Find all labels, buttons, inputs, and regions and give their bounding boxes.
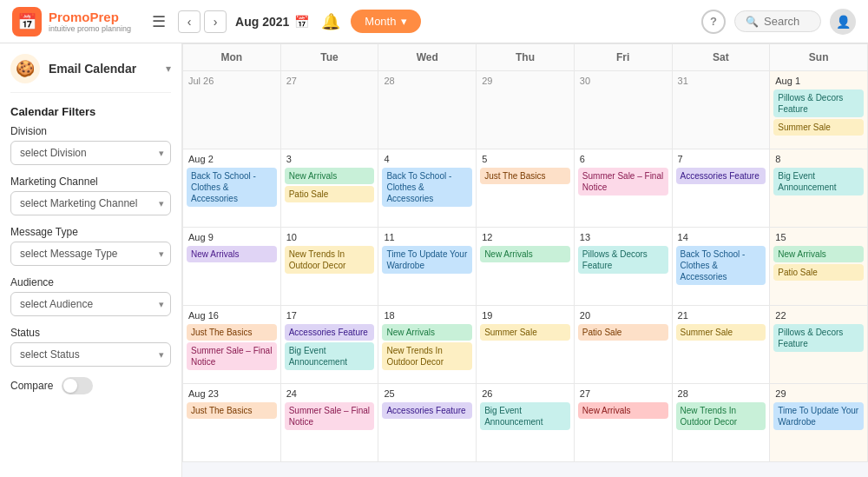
prev-button[interactable]: ‹ <box>178 10 201 33</box>
date-label: 7 <box>676 153 766 165</box>
message-select[interactable]: select Message Type <box>10 242 171 266</box>
calendar-cell: 15New ArrivalsPatio Sale <box>770 228 868 306</box>
event-pill[interactable]: Just The Basics <box>187 402 277 419</box>
event-pill[interactable]: Time To Update Your Wardrobe <box>382 246 472 274</box>
event-pill[interactable]: Just The Basics <box>480 168 570 184</box>
event-pill[interactable]: Patio Sale <box>578 324 668 341</box>
calendar-cell: 12New Arrivals <box>477 228 575 306</box>
event-pill[interactable]: Pillows & Decors Feature <box>578 246 668 274</box>
compare-row: Compare <box>10 377 171 394</box>
date-label: Aug 16 <box>187 309 277 321</box>
calendar-cell: Aug 1Pillows & Decors FeatureSummer Sale <box>770 71 868 149</box>
filter-label-audience: Audience <box>10 276 171 288</box>
calendar-cell: 18New ArrivalsNew Trends In Outdoor Deco… <box>378 306 477 384</box>
event-pill[interactable]: New Arrivals <box>285 168 375 184</box>
calendar-cell: 11Time To Update Your Wardrobe <box>378 228 477 306</box>
audience-select[interactable]: select Audience <box>10 292 171 316</box>
event-pill[interactable]: Time To Update Your Wardrobe <box>773 402 864 430</box>
date-label: Aug 1 <box>773 75 864 87</box>
event-pill[interactable]: New Arrivals <box>578 402 668 419</box>
date-label: 17 <box>285 309 375 321</box>
calendar-cell: Aug 2Back To School - Clothes & Accessor… <box>183 149 281 228</box>
calendar-cell: 22Pillows & Decors Feature <box>770 306 868 384</box>
date-label: Aug 9 <box>187 231 277 243</box>
event-pill[interactable]: New Trends In Outdoor Decor <box>285 246 375 274</box>
event-pill[interactable]: New Arrivals <box>382 324 472 341</box>
date-label: 28 <box>382 75 472 87</box>
calendar-cell: 28New Trends In Outdoor Decor <box>673 384 771 462</box>
logo-title: PromoPrep <box>49 10 131 24</box>
filter-group-marketing: Marketing Channel select Marketing Chann… <box>10 176 171 215</box>
event-pill[interactable]: Just The Basics <box>187 324 277 341</box>
event-pill[interactable]: Summer Sale <box>480 324 570 341</box>
event-pill[interactable]: Back To School - Clothes & Accessories <box>382 168 472 207</box>
event-pill[interactable]: New Trends In Outdoor Decor <box>676 402 766 430</box>
calendar-cell: 6Summer Sale – Final Notice <box>575 149 673 228</box>
calendar-cell: 4Back To School - Clothes & Accessories <box>378 149 477 228</box>
calendar-cell: Aug 9New Arrivals <box>183 228 281 306</box>
calendar-cell: 29 <box>477 71 575 149</box>
help-button[interactable]: ? <box>701 10 726 34</box>
calendar-icon[interactable]: 📅 <box>294 15 309 29</box>
logo-subtitle: intuitive promo planning <box>49 24 131 33</box>
event-pill[interactable]: Back To School - Clothes & Accessories <box>676 246 766 285</box>
event-pill[interactable]: Patio Sale <box>285 186 375 202</box>
event-pill[interactable]: New Arrivals <box>773 246 864 262</box>
event-pill[interactable]: Patio Sale <box>773 264 864 281</box>
event-pill[interactable]: New Trends In Outdoor Decor <box>382 342 472 370</box>
nav-arrows: ‹ › <box>178 10 227 33</box>
event-pill[interactable]: New Arrivals <box>480 246 570 262</box>
audience-select-wrapper: select Audience <box>10 292 171 316</box>
date-label: 4 <box>382 153 472 165</box>
bell-button[interactable]: 🔔 <box>321 12 340 31</box>
hamburger-icon[interactable]: ☰ <box>148 9 169 35</box>
sidebar-chevron-icon[interactable]: ▾ <box>166 63 171 75</box>
sidebar: 🍪 Email Calendar ▾ Calendar Filters Divi… <box>0 43 182 477</box>
event-pill[interactable]: Pillows & Decors Feature <box>773 89 864 117</box>
filter-label-status: Status <box>10 327 171 339</box>
logo-icon: 📅 <box>12 7 42 36</box>
division-select[interactable]: select Division <box>10 141 171 165</box>
status-select[interactable]: select Status <box>10 342 171 367</box>
date-label: Aug 2 <box>187 153 277 165</box>
calendar-cell: 13Pillows & Decors Feature <box>575 228 673 306</box>
event-pill[interactable]: Back To School - Clothes & Accessories <box>187 168 277 207</box>
calendar-cell: 5Just The Basics <box>477 149 575 228</box>
event-pill[interactable]: Summer Sale <box>773 119 864 136</box>
logo-text: PromoPrep intuitive promo planning <box>49 10 131 33</box>
sidebar-header: 🍪 Email Calendar ▾ <box>10 54 171 93</box>
user-avatar[interactable]: 👤 <box>830 9 856 35</box>
search-box: 🔍 <box>734 10 821 32</box>
month-view-button[interactable]: Month ▾ <box>351 10 421 33</box>
event-pill[interactable]: Accessories Feature <box>285 324 375 341</box>
event-pill[interactable]: New Arrivals <box>187 246 277 262</box>
col-header-fri: Fri <box>575 44 673 71</box>
filter-label-division: Division <box>10 125 171 137</box>
marketing-select[interactable]: select Marketing Channel <box>10 191 171 215</box>
compare-toggle[interactable] <box>62 377 93 394</box>
calendar-cell: 20Patio Sale <box>575 306 673 384</box>
event-pill[interactable]: Big Event Announcement <box>285 342 375 370</box>
main-content: 🍪 Email Calendar ▾ Calendar Filters Divi… <box>0 43 868 477</box>
calendar-cell: 25Accessories Feature <box>378 384 477 462</box>
next-button[interactable]: › <box>204 10 227 33</box>
event-pill[interactable]: Accessories Feature <box>676 168 766 184</box>
current-period: Aug 2021 📅 <box>235 15 309 29</box>
calendar-cell: 27New Arrivals <box>575 384 673 462</box>
search-input[interactable] <box>764 15 816 28</box>
event-pill[interactable]: Big Event Announcement <box>480 402 570 430</box>
event-pill[interactable]: Summer Sale – Final Notice <box>187 342 277 370</box>
calendar-cell: 21Summer Sale <box>673 306 771 384</box>
event-pill[interactable]: Summer Sale <box>676 324 766 341</box>
date-label: 5 <box>480 153 570 165</box>
event-pill[interactable]: Big Event Announcement <box>773 168 864 195</box>
event-pill[interactable]: Summer Sale – Final Notice <box>578 168 668 195</box>
col-header-mon: Mon <box>183 44 281 71</box>
logo-area: 📅 PromoPrep intuitive promo planning <box>12 7 131 36</box>
calendar-cell: 8Big Event Announcement <box>770 149 868 228</box>
event-pill[interactable]: Summer Sale – Final Notice <box>285 402 375 430</box>
compare-label: Compare <box>10 380 53 392</box>
date-label: 13 <box>578 231 668 243</box>
event-pill[interactable]: Pillows & Decors Feature <box>773 324 864 352</box>
event-pill[interactable]: Accessories Feature <box>382 402 472 419</box>
